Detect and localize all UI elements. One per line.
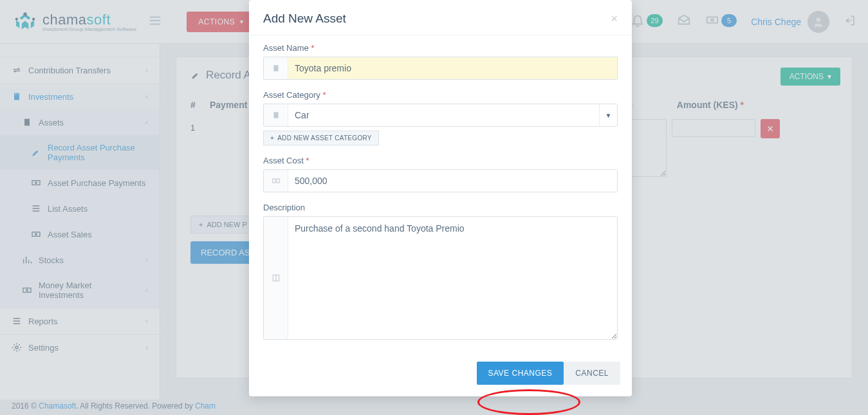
building-icon bbox=[264, 104, 288, 126]
add-category-button[interactable]: + ADD NEW ASSET CATEGORY bbox=[263, 131, 379, 145]
svg-rect-19 bbox=[273, 65, 278, 71]
description-label: Description bbox=[263, 203, 618, 212]
add-asset-modal: Add New Asset × Asset Name * Asset Categ… bbox=[249, 0, 632, 396]
book-icon bbox=[264, 217, 288, 339]
money-icon bbox=[264, 170, 288, 192]
asset-category-select[interactable] bbox=[288, 104, 599, 126]
close-icon[interactable]: × bbox=[611, 12, 618, 26]
svg-rect-21 bbox=[272, 179, 279, 183]
modal-title: Add New Asset bbox=[263, 12, 346, 26]
asset-name-input[interactable] bbox=[288, 57, 617, 79]
building-icon bbox=[264, 57, 288, 79]
svg-rect-20 bbox=[273, 112, 278, 118]
plus-icon: + bbox=[270, 134, 274, 142]
cancel-button[interactable]: CANCEL bbox=[564, 362, 620, 385]
asset-category-label: Asset Category * bbox=[263, 90, 618, 100]
asset-cost-input[interactable] bbox=[288, 170, 617, 192]
svg-point-22 bbox=[275, 180, 276, 181]
save-button[interactable]: SAVE CHANGES bbox=[477, 362, 564, 385]
asset-cost-label: Asset Cost * bbox=[263, 156, 618, 165]
asset-name-label: Asset Name * bbox=[263, 43, 618, 53]
description-textarea[interactable] bbox=[288, 217, 617, 339]
chevron-down-icon[interactable]: ▼ bbox=[599, 104, 617, 126]
